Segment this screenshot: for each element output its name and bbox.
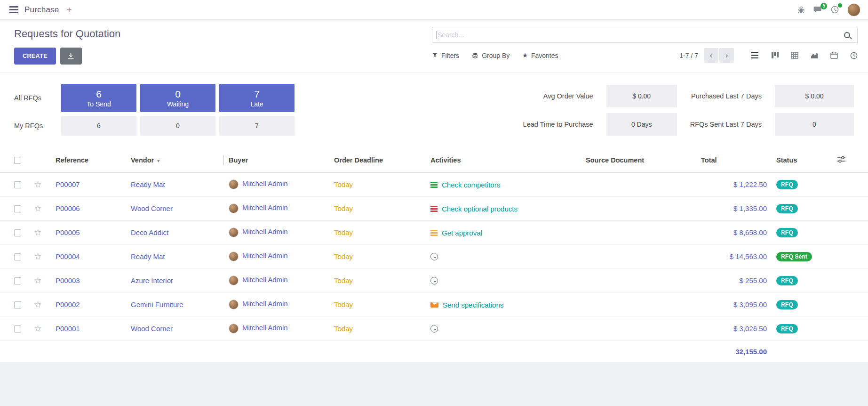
row-checkbox[interactable]: [14, 325, 21, 333]
activities-clock-icon[interactable]: [831, 6, 839, 14]
vendor-link[interactable]: Ready Mat: [131, 252, 165, 260]
vendor-link[interactable]: Ready Mat: [131, 180, 165, 188]
table-row[interactable]: ☆ P00005 Deco Addict Mitchell Admin Toda…: [0, 220, 868, 244]
reference-link[interactable]: P00006: [56, 204, 80, 212]
export-button[interactable]: [60, 48, 82, 65]
list-view-button[interactable]: [751, 52, 759, 59]
tile-late[interactable]: 7 Late: [219, 84, 295, 112]
vendor-link[interactable]: Deco Addict: [131, 228, 168, 236]
column-activities[interactable]: Activities: [426, 148, 581, 172]
row-checkbox[interactable]: [14, 301, 21, 309]
reference-link[interactable]: P00001: [56, 325, 80, 333]
filters-button[interactable]: Filters: [432, 52, 459, 59]
column-buyer[interactable]: Buyer: [224, 148, 329, 172]
favorite-star-icon[interactable]: ☆: [34, 227, 42, 237]
column-total[interactable]: Total: [696, 148, 772, 172]
activity-icon[interactable]: [430, 230, 438, 236]
table-row[interactable]: ☆ P00007 Ready Mat Mitchell Admin Today …: [0, 172, 868, 196]
row-checkbox[interactable]: [14, 253, 21, 260]
vendor-link[interactable]: Wood Corner: [131, 204, 173, 212]
favorite-star-icon[interactable]: ☆: [34, 324, 42, 333]
tile-waiting[interactable]: 0 Waiting: [140, 84, 215, 112]
apps-menu-icon[interactable]: [9, 6, 18, 13]
reference-link[interactable]: P00005: [56, 228, 80, 236]
favorite-star-icon[interactable]: ☆: [34, 276, 42, 285]
reference-link[interactable]: P00004: [56, 252, 80, 260]
user-avatar[interactable]: [847, 3, 860, 16]
rfq-dashboard: All RFQs 6 To Send 0 Waiting 7 Late My R…: [0, 73, 868, 148]
activity-icon[interactable]: [430, 253, 438, 260]
activity-icon[interactable]: [430, 206, 438, 212]
activity-label[interactable]: Check competitors: [442, 181, 500, 189]
order-deadline-value: Today: [334, 228, 353, 236]
vendor-link[interactable]: Azure Interior: [131, 276, 173, 284]
optional-columns-icon[interactable]: [837, 156, 845, 163]
activity-icon[interactable]: [430, 302, 438, 308]
my-waiting-value[interactable]: 0: [140, 116, 215, 136]
favorite-star-icon[interactable]: ☆: [34, 179, 42, 189]
favorite-star-icon[interactable]: ☆: [34, 203, 42, 213]
create-button[interactable]: CREATE: [14, 48, 56, 65]
calendar-view-button[interactable]: [830, 52, 838, 59]
messages-icon[interactable]: 5: [813, 6, 822, 14]
pager-previous-button[interactable]: ‹: [704, 48, 718, 63]
buyer-link[interactable]: Mitchell Admin: [242, 276, 288, 284]
debug-bug-icon[interactable]: [797, 6, 805, 14]
favorites-button[interactable]: ★ Favorites: [522, 52, 558, 59]
row-checkbox[interactable]: [14, 277, 21, 284]
group-by-button[interactable]: Group By: [472, 52, 510, 59]
reference-link[interactable]: P00007: [56, 180, 80, 188]
reference-link[interactable]: P00002: [56, 300, 80, 309]
buyer-link[interactable]: Mitchell Admin: [242, 252, 288, 260]
new-tab-button[interactable]: +: [66, 5, 72, 14]
table-row[interactable]: ☆ P00006 Wood Corner Mitchell Admin Toda…: [0, 196, 868, 220]
pivot-view-button[interactable]: [791, 52, 798, 59]
column-status[interactable]: Status: [772, 148, 833, 172]
activity-label[interactable]: Check optional products: [442, 205, 518, 213]
buyer-link[interactable]: Mitchell Admin: [242, 300, 288, 308]
buyer-link[interactable]: Mitchell Admin: [242, 203, 288, 211]
buyer-link[interactable]: Mitchell Admin: [242, 227, 288, 235]
tile-to-send[interactable]: 6 To Send: [61, 84, 136, 112]
dashboard-view-button[interactable]: [850, 52, 858, 59]
pager-next-button[interactable]: ›: [719, 48, 734, 63]
table-row[interactable]: ☆ P00004 Ready Mat Mitchell Admin Today …: [0, 244, 868, 268]
kanban-view-button[interactable]: [771, 52, 779, 59]
column-order-deadline[interactable]: Order Deadline: [329, 148, 426, 172]
vendor-link[interactable]: Wood Corner: [131, 325, 173, 333]
row-checkbox[interactable]: [14, 229, 21, 236]
buyer-avatar: [229, 300, 239, 309]
table-row[interactable]: ☆ P00002 Gemini Furniture Mitchell Admin…: [0, 292, 868, 317]
row-checkbox[interactable]: [14, 205, 21, 212]
my-rfqs-label: My RFQs: [14, 122, 57, 130]
tile-late-label: Late: [250, 100, 263, 108]
favorite-star-icon[interactable]: ☆: [34, 252, 42, 261]
activity-label[interactable]: Get approval: [442, 229, 482, 237]
reference-link[interactable]: P00003: [56, 276, 80, 284]
order-deadline-value: Today: [334, 300, 353, 309]
my-late-value[interactable]: 7: [219, 116, 295, 136]
tile-late-value: 7: [254, 88, 260, 100]
search-bar[interactable]: [432, 27, 858, 43]
activity-icon[interactable]: [430, 325, 438, 333]
buyer-avatar: [229, 276, 239, 285]
row-checkbox[interactable]: [14, 181, 21, 188]
search-input[interactable]: [438, 31, 844, 39]
app-name[interactable]: Purchase: [24, 5, 59, 15]
buyer-link[interactable]: Mitchell Admin: [242, 179, 288, 187]
activity-icon[interactable]: [430, 277, 438, 284]
search-icon[interactable]: [844, 32, 850, 38]
column-source-document[interactable]: Source Document: [581, 148, 696, 172]
activity-icon[interactable]: [430, 182, 438, 188]
table-row[interactable]: ☆ P00003 Azure Interior Mitchell Admin T…: [0, 268, 868, 292]
activity-label[interactable]: Send specifications: [443, 301, 503, 309]
buyer-link[interactable]: Mitchell Admin: [242, 324, 288, 332]
vendor-link[interactable]: Gemini Furniture: [131, 300, 183, 309]
graph-view-button[interactable]: [811, 52, 818, 59]
table-row[interactable]: ☆ P00001 Wood Corner Mitchell Admin Toda…: [0, 317, 868, 341]
column-reference[interactable]: Reference: [51, 148, 126, 172]
select-all-checkbox[interactable]: [14, 157, 21, 164]
favorite-star-icon[interactable]: ☆: [34, 300, 42, 309]
column-vendor[interactable]: Vendor▾: [126, 148, 224, 172]
my-to-send-value[interactable]: 6: [61, 116, 136, 136]
